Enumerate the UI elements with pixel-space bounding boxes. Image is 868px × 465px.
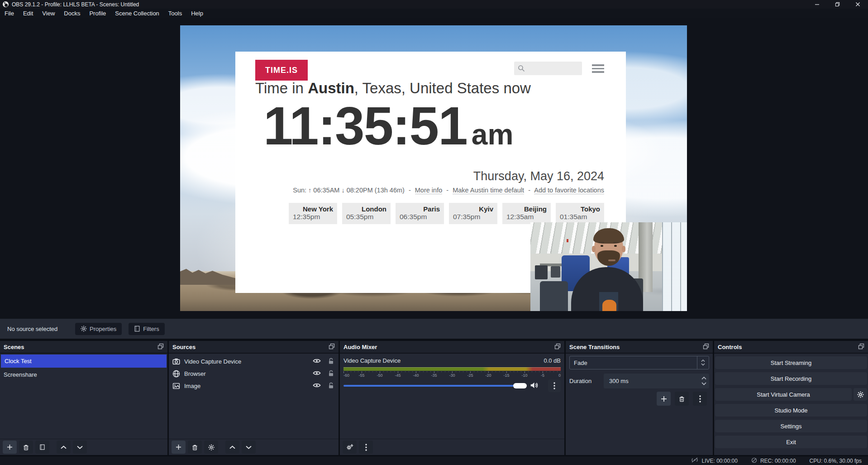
- cpu-fps-stats: CPU: 0.6%, 30.00 fps: [810, 458, 862, 464]
- make-default-link: Make Austin time default: [453, 187, 524, 194]
- person-face: [594, 230, 623, 265]
- scenes-panel: Scenes Clock Test Screenshare: [0, 341, 167, 455]
- filters-button[interactable]: Filters: [129, 323, 164, 335]
- duration-input[interactable]: 300 ms: [604, 374, 709, 388]
- trash-icon: [23, 444, 29, 451]
- properties-button[interactable]: Properties: [75, 323, 122, 335]
- webcam-overlay: [530, 222, 687, 311]
- add-scene-button[interactable]: [3, 441, 17, 454]
- move-scene-down-button[interactable]: [73, 441, 87, 454]
- menu-tools[interactable]: Tools: [164, 9, 186, 18]
- menu-help[interactable]: Help: [186, 9, 208, 18]
- move-scene-up-button[interactable]: [57, 441, 71, 454]
- restore-button[interactable]: [827, 0, 848, 9]
- spin-down-icon[interactable]: [701, 382, 706, 385]
- source-item-image[interactable]: Image: [169, 380, 339, 392]
- menu-profile[interactable]: Profile: [85, 9, 110, 18]
- audio-mixer-title: Audio Mixer: [343, 344, 377, 350]
- kebab-icon: [365, 444, 367, 451]
- advanced-audio-properties-button[interactable]: [343, 441, 357, 454]
- menu-edit[interactable]: Edit: [19, 9, 38, 18]
- popout-icon[interactable]: [554, 343, 561, 351]
- exit-button[interactable]: Exit: [715, 436, 867, 448]
- title-bar: OBS 29.1.2 - Profile: LLHLS BETA - Scene…: [0, 0, 868, 9]
- chevron-down-icon: [246, 446, 252, 449]
- controls-title: Controls: [718, 344, 742, 350]
- add-transition-button[interactable]: [657, 392, 671, 406]
- source-toolbar: No source selected Properties Filters: [0, 319, 868, 339]
- preview-canvas[interactable]: TIME.IS Time in Austin, Texas, United St…: [180, 25, 687, 311]
- menu-file[interactable]: File: [0, 9, 19, 18]
- start-recording-button[interactable]: Start Recording: [715, 372, 867, 385]
- popout-icon[interactable]: [157, 343, 164, 351]
- source-item-video-capture[interactable]: Video Capture Device: [169, 355, 339, 368]
- start-virtual-camera-button[interactable]: Start Virtual Camera: [715, 388, 852, 401]
- visibility-eye-icon[interactable]: [313, 358, 321, 365]
- studio-mode-button[interactable]: Studio Mode: [715, 404, 867, 417]
- chevron-up-icon: [229, 446, 235, 449]
- sun-info-row: Sun: ↑ 06:35AM ↓ 08:20PM (13h 46m) - Mor…: [293, 187, 604, 194]
- obs-logo-icon: [3, 1, 9, 7]
- popout-icon[interactable]: [329, 343, 335, 351]
- start-streaming-button[interactable]: Start Streaming: [715, 356, 867, 369]
- rec-timer: REC: 00:00:00: [760, 458, 796, 464]
- meter-scale: -60 -55 -50 -45 -40 -35 -30 -25 -20 -15 …: [343, 373, 561, 378]
- timeis-logo: TIME.IS: [255, 60, 308, 81]
- mixer-options-kebab-button[interactable]: [548, 379, 561, 392]
- lock-icon[interactable]: [328, 358, 334, 366]
- world-clock-card: Paris06:35pm: [396, 203, 444, 224]
- volume-slider[interactable]: [343, 385, 525, 387]
- menu-view[interactable]: View: [38, 9, 59, 18]
- popout-icon[interactable]: [703, 343, 709, 351]
- menu-scene-collection[interactable]: Scene Collection: [110, 9, 164, 18]
- mixer-menu-kebab-button[interactable]: [359, 441, 373, 454]
- mixer-channel-name: Video Capture Device: [343, 357, 401, 364]
- double-gear-icon: [346, 444, 353, 451]
- filter-icon: [134, 326, 140, 332]
- remove-source-button[interactable]: [188, 441, 202, 454]
- timeis-search-input: [514, 62, 582, 75]
- filter-icon: [39, 444, 45, 450]
- lock-icon[interactable]: [328, 382, 334, 390]
- trash-icon: [192, 444, 198, 451]
- scene-item-screenshare[interactable]: Screenshare: [0, 369, 167, 381]
- sources-title: Sources: [172, 344, 196, 350]
- scene-item-clock-test[interactable]: Clock Test: [1, 355, 167, 368]
- speaker-icon[interactable]: [530, 382, 538, 391]
- move-source-down-button[interactable]: [242, 441, 256, 454]
- add-source-button[interactable]: [172, 441, 186, 454]
- scene-filters-button[interactable]: [35, 441, 49, 454]
- no-source-label: No source selected: [7, 326, 75, 332]
- lock-icon[interactable]: [328, 370, 334, 378]
- volume-slider-handle[interactable]: [513, 383, 527, 388]
- stream-inactive-icon: [691, 457, 698, 464]
- spin-up-icon[interactable]: [701, 377, 706, 380]
- visibility-eye-icon[interactable]: [313, 383, 321, 389]
- world-clocks: New York12:35pm London05:35pm Paris06:35…: [289, 203, 604, 224]
- transition-options-kebab-button[interactable]: [693, 392, 707, 406]
- move-source-up-button[interactable]: [225, 441, 239, 454]
- popout-icon[interactable]: [858, 343, 864, 351]
- hamburger-menu-icon: [592, 64, 604, 73]
- scenes-title: Scenes: [4, 344, 24, 350]
- world-clock-card: London05:35pm: [342, 203, 391, 224]
- virtual-camera-settings-button[interactable]: [854, 388, 867, 401]
- source-item-browser[interactable]: Browser: [169, 368, 339, 380]
- clock-meridiem: am: [472, 118, 514, 151]
- timeis-clock: 11:35:51 am: [263, 97, 513, 156]
- menu-docks[interactable]: Docks: [59, 9, 85, 18]
- world-clock-card: Kyiv07:35pm: [449, 203, 497, 224]
- settings-button[interactable]: Settings: [715, 420, 867, 432]
- remove-transition-button[interactable]: [675, 392, 689, 406]
- record-inactive-icon: [751, 457, 757, 465]
- gear-icon: [857, 391, 864, 398]
- minimize-button[interactable]: [807, 0, 827, 9]
- chevron-up-icon: [61, 446, 67, 449]
- source-properties-button[interactable]: [204, 441, 218, 454]
- remove-scene-button[interactable]: [19, 441, 33, 454]
- transition-select[interactable]: Fade: [569, 356, 709, 369]
- visibility-eye-icon[interactable]: [313, 370, 321, 377]
- close-button[interactable]: [848, 0, 868, 9]
- camera-icon: [172, 358, 180, 365]
- chevron-down-icon: [77, 446, 83, 449]
